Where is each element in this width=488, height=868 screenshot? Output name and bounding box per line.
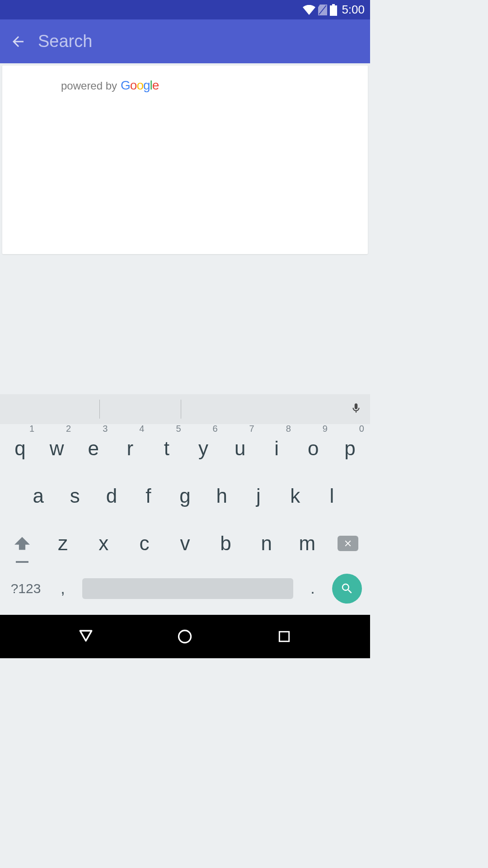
nav-back-button[interactable] <box>72 623 99 650</box>
key-area: q1w2e3r4t5y6u7i8o9p0 asdfghjkl zxcvbnm ?… <box>0 424 370 615</box>
key-y[interactable]: y6 <box>185 427 222 470</box>
voice-input-button[interactable] <box>350 401 362 418</box>
key-hint: 1 <box>29 424 34 434</box>
microphone-icon <box>350 401 362 416</box>
key-v[interactable]: v <box>164 522 205 565</box>
svg-point-3 <box>179 631 191 643</box>
key-hint: 8 <box>286 424 291 434</box>
powered-by-label: powered by <box>61 80 117 92</box>
search-input[interactable] <box>38 32 363 51</box>
key-u[interactable]: u7 <box>222 427 258 470</box>
period-key[interactable]: . <box>299 580 327 597</box>
key-hint: 6 <box>212 424 217 434</box>
key-e[interactable]: e3 <box>75 427 112 470</box>
key-row-3: zxcvbnm <box>2 522 368 565</box>
suggestion-separator <box>99 400 100 419</box>
key-s[interactable]: s <box>56 474 93 517</box>
key-f[interactable]: f <box>130 474 167 517</box>
key-r[interactable]: r4 <box>112 427 148 470</box>
key-row-1: q1w2e3r4t5y6u7i8o9p0 <box>2 427 368 470</box>
search-action-key[interactable] <box>332 574 362 604</box>
status-bar: 5:00 <box>0 0 370 19</box>
nav-recents-icon <box>277 629 291 644</box>
key-p[interactable]: p0 <box>332 427 368 470</box>
key-hint: 0 <box>359 424 364 434</box>
key-n[interactable]: n <box>246 522 287 565</box>
key-t[interactable]: t5 <box>148 427 185 470</box>
key-q[interactable]: q1 <box>2 427 38 470</box>
key-h[interactable]: h <box>203 474 240 517</box>
key-d[interactable]: d <box>93 474 130 517</box>
suggestion-separator <box>181 400 181 419</box>
key-g[interactable]: g <box>167 474 203 517</box>
key-z[interactable]: z <box>42 522 83 565</box>
key-b[interactable]: b <box>206 522 246 565</box>
nav-home-icon <box>177 628 193 645</box>
nav-home-button[interactable] <box>171 623 198 650</box>
key-i[interactable]: i8 <box>258 427 295 470</box>
google-logo: Google <box>121 78 159 93</box>
space-key[interactable] <box>82 578 293 599</box>
key-a[interactable]: a <box>20 474 56 517</box>
results-card: powered by Google <box>2 66 368 254</box>
key-c[interactable]: c <box>124 522 164 565</box>
powered-by-row: powered by Google <box>2 78 368 93</box>
content-area: powered by Google <box>0 63 370 254</box>
search-icon <box>340 582 354 595</box>
key-hint: 9 <box>323 424 328 434</box>
nav-recents-button[interactable] <box>271 623 298 650</box>
back-button[interactable] <box>7 31 29 52</box>
backspace-key[interactable] <box>328 522 368 565</box>
no-sim-icon <box>318 5 327 15</box>
key-row-3-letters: zxcvbnm <box>42 522 328 565</box>
svg-rect-4 <box>279 632 289 641</box>
backspace-icon <box>338 536 358 551</box>
navigation-bar <box>0 615 370 658</box>
key-hint: 5 <box>176 424 181 434</box>
comma-key[interactable]: , <box>49 580 77 597</box>
app-bar <box>0 19 370 63</box>
key-hint: 7 <box>249 424 254 434</box>
svg-rect-1 <box>332 4 335 5</box>
soft-keyboard: q1w2e3r4t5y6u7i8o9p0 asdfghjkl zxcvbnm ?… <box>0 394 370 615</box>
symbols-key[interactable]: ?123 <box>5 581 47 596</box>
key-o[interactable]: o9 <box>295 427 332 470</box>
key-j[interactable]: j <box>240 474 277 517</box>
shift-underline <box>16 561 28 563</box>
wifi-icon <box>303 5 315 15</box>
key-hint: 2 <box>66 424 71 434</box>
key-l[interactable]: l <box>314 474 350 517</box>
key-x[interactable]: x <box>83 522 124 565</box>
suggestion-bar <box>0 394 370 424</box>
key-m[interactable]: m <box>287 522 328 565</box>
svg-rect-2 <box>330 5 337 16</box>
battery-icon <box>330 4 337 16</box>
key-hint: 4 <box>139 424 144 434</box>
key-row-2: asdfghjkl <box>2 474 368 517</box>
arrow-left-icon <box>10 33 26 50</box>
nav-back-icon <box>77 628 94 645</box>
status-clock: 5:00 <box>342 3 365 17</box>
key-row-4: ?123 , . <box>2 569 368 608</box>
key-k[interactable]: k <box>277 474 314 517</box>
key-hint: 3 <box>103 424 108 434</box>
shift-key[interactable] <box>2 522 42 565</box>
shift-icon <box>14 537 30 550</box>
key-w[interactable]: w2 <box>38 427 75 470</box>
